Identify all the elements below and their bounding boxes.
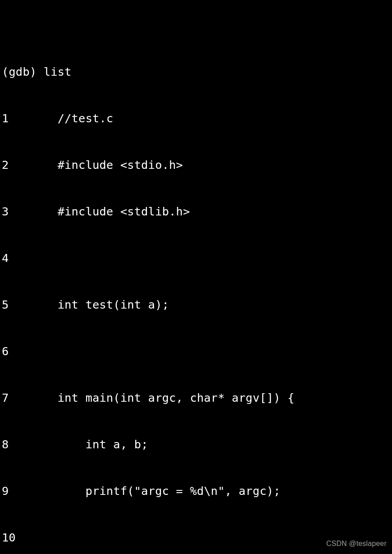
- source-line: 2 #include <stdio.h>: [2, 157, 390, 173]
- code-text: printf("argc = %d\n", argc);: [57, 484, 280, 498]
- watermark-text: CSDN @teslapeer: [326, 540, 387, 548]
- source-line: 1 //test.c: [2, 111, 390, 126]
- code-text: int main(int argc, char* argv[]) {: [57, 391, 294, 404]
- code-text: int test(int a);: [57, 298, 169, 311]
- source-line: 5 int test(int a);: [2, 297, 390, 313]
- gdb-command-line: (gdb) list: [2, 64, 390, 80]
- source-line: 3 #include <stdlib.h>: [2, 204, 390, 219]
- source-line: 6: [2, 344, 390, 359]
- gdb-prompt: (gdb): [2, 65, 43, 78]
- line-number: 4: [2, 251, 9, 265]
- code-text: #include <stdio.h>: [57, 158, 183, 172]
- gdb-terminal[interactable]: (gdb) list 1 //test.c 2 #include <stdio.…: [0, 0, 392, 554]
- code-text: int a, b;: [57, 438, 148, 451]
- source-line: 7 int main(int argc, char* argv[]) {: [2, 390, 390, 406]
- line-number: 6: [2, 344, 9, 358]
- source-line: 9 printf("argc = %d\n", argc);: [2, 483, 390, 499]
- gdb-command: list: [43, 65, 71, 78]
- line-number: 7: [2, 391, 9, 404]
- code-text: #include <stdlib.h>: [57, 205, 190, 218]
- line-number: 10: [2, 531, 16, 544]
- line-number: 3: [2, 205, 9, 218]
- line-number: 8: [2, 438, 9, 451]
- source-line: 4: [2, 250, 390, 266]
- code-text: //test.c: [57, 112, 113, 125]
- line-number: 2: [2, 158, 9, 172]
- line-number: 1: [2, 112, 9, 125]
- source-line: 8 int a, b;: [2, 437, 390, 452]
- line-number: 5: [2, 298, 9, 311]
- line-number: 9: [2, 484, 9, 498]
